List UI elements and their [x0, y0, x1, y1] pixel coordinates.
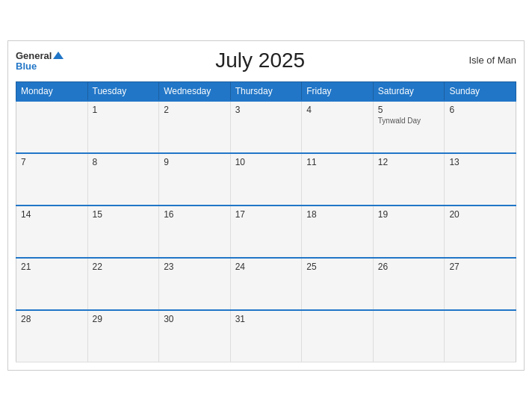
col-thursday: Thursday — [230, 81, 302, 101]
day-cell: 27 — [445, 258, 516, 310]
day-number: 7 — [21, 157, 83, 167]
day-cell: 4 — [302, 101, 374, 153]
day-number: 11 — [306, 157, 368, 167]
day-number: 13 — [449, 157, 511, 167]
col-saturday: Saturday — [373, 81, 445, 101]
day-cell: 8 — [87, 153, 159, 206]
day-cell: 29 — [87, 310, 159, 362]
day-cell: 26 — [373, 258, 445, 310]
day-cell: 21 — [16, 258, 88, 310]
col-sunday: Sunday — [445, 81, 516, 101]
day-cell: 24 — [230, 258, 302, 310]
day-number: 28 — [21, 314, 83, 324]
day-number: 23 — [164, 262, 226, 272]
day-number: 17 — [235, 209, 297, 220]
day-number: 15 — [93, 209, 155, 220]
day-cell: 25 — [302, 258, 374, 310]
day-cell: 16 — [159, 206, 231, 258]
day-cell: 5Tynwald Day — [373, 101, 445, 153]
day-number: 30 — [164, 314, 226, 324]
calendar-title: July 2025 — [64, 49, 457, 72]
day-number: 3 — [235, 105, 297, 115]
day-cell — [302, 310, 374, 362]
day-cell: 22 — [87, 258, 159, 310]
calendar-header: General Blue July 2025 Isle of Man — [16, 49, 516, 72]
day-cell: 1 — [87, 101, 159, 153]
col-wednesday: Wednesday — [159, 81, 231, 101]
day-number: 4 — [306, 105, 368, 115]
logo-blue: Blue — [16, 61, 64, 72]
day-number: 24 — [235, 262, 297, 272]
day-cell: 13 — [445, 153, 516, 206]
day-number: 19 — [378, 209, 440, 220]
day-cell — [445, 310, 516, 362]
day-cell: 9 — [159, 153, 231, 206]
day-cell: 17 — [230, 206, 302, 258]
day-cell: 20 — [445, 206, 516, 258]
day-number: 16 — [164, 209, 226, 220]
day-number: 1 — [93, 105, 155, 115]
day-cell — [16, 101, 88, 153]
day-cell: 30 — [159, 310, 231, 362]
day-number: 22 — [93, 262, 155, 272]
day-cell: 18 — [302, 206, 374, 258]
week-row-2: 78910111213 — [16, 153, 516, 206]
day-cell: 2 — [159, 101, 231, 153]
day-number: 20 — [449, 209, 511, 220]
logo-general: General — [16, 49, 64, 62]
week-row-1: 12345Tynwald Day6 — [16, 101, 516, 153]
day-number: 27 — [449, 262, 511, 272]
day-cell: 7 — [16, 153, 88, 206]
logo: General Blue — [16, 49, 64, 72]
region-label: Isle of Man — [457, 55, 516, 66]
day-event: Tynwald Day — [378, 117, 440, 125]
day-number: 29 — [93, 314, 155, 324]
week-row-4: 21222324252627 — [16, 258, 516, 310]
day-cell: 14 — [16, 206, 88, 258]
day-cell: 11 — [302, 153, 374, 206]
calendar-container: General Blue July 2025 Isle of Man Monda… — [7, 40, 525, 371]
day-cell: 15 — [87, 206, 159, 258]
col-monday: Monday — [16, 81, 88, 101]
day-number: 10 — [235, 157, 297, 167]
day-number: 2 — [164, 105, 226, 115]
day-number: 6 — [449, 105, 511, 115]
day-cell: 3 — [230, 101, 302, 153]
day-number: 25 — [306, 262, 368, 272]
col-tuesday: Tuesday — [87, 81, 159, 101]
col-friday: Friday — [302, 81, 374, 101]
day-number: 26 — [378, 262, 440, 272]
day-number: 18 — [306, 209, 368, 220]
day-number: 12 — [378, 157, 440, 167]
week-row-5: 28293031 — [16, 310, 516, 362]
day-cell: 31 — [230, 310, 302, 362]
day-number: 8 — [93, 157, 155, 167]
day-number: 5 — [378, 105, 440, 115]
day-cell: 19 — [373, 206, 445, 258]
day-cell — [373, 310, 445, 362]
day-cell: 12 — [373, 153, 445, 206]
logo-triangle-icon — [53, 52, 64, 59]
day-cell: 6 — [445, 101, 516, 153]
day-cell: 23 — [159, 258, 231, 310]
weekday-header-row: Monday Tuesday Wednesday Thursday Friday… — [16, 81, 516, 101]
calendar-table: Monday Tuesday Wednesday Thursday Friday… — [16, 81, 516, 363]
day-number: 31 — [235, 314, 297, 324]
week-row-3: 14151617181920 — [16, 206, 516, 258]
day-cell: 10 — [230, 153, 302, 206]
day-cell: 28 — [16, 310, 88, 362]
day-number: 9 — [164, 157, 226, 167]
day-number: 14 — [21, 209, 83, 220]
day-number: 21 — [21, 262, 83, 272]
